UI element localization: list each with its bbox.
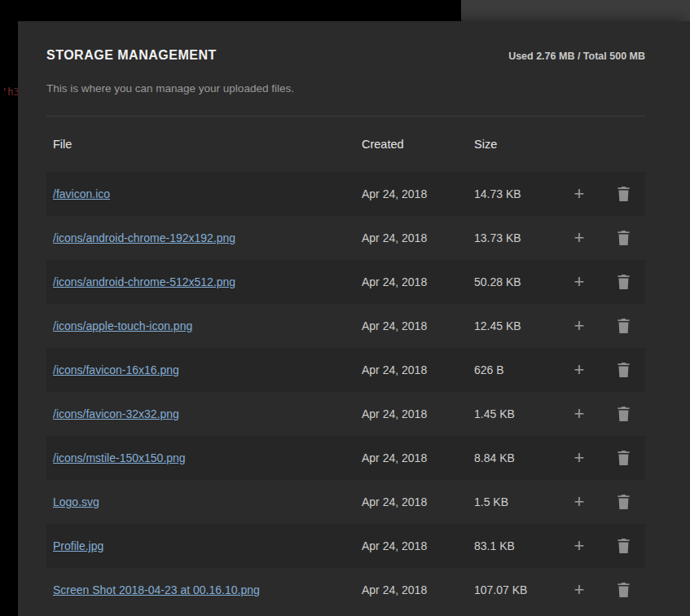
delete-file-button[interactable]: [601, 216, 645, 260]
size-cell: 1.5 KB: [474, 495, 557, 508]
file-link[interactable]: /icons/android-chrome-512x512.png: [53, 275, 235, 288]
panel-title: STORAGE MANAGEMENT: [46, 48, 217, 63]
delete-file-button[interactable]: [601, 480, 645, 524]
add-file-button[interactable]: +: [557, 436, 601, 480]
column-header-created: Created: [362, 138, 474, 151]
table-row: /favicon.ico Apr 24, 2018 14.73 KB +: [46, 172, 645, 216]
trash-icon: [617, 275, 630, 289]
trash-icon: [617, 539, 630, 553]
table-row: /icons/android-chrome-192x192.png Apr 24…: [46, 216, 645, 260]
file-link[interactable]: /icons/mstile-150x150.png: [53, 451, 186, 464]
plus-icon: +: [574, 229, 585, 247]
background-page-strip: [461, 0, 690, 21]
delete-file-button[interactable]: [601, 260, 645, 304]
size-cell: 13.73 KB: [474, 231, 557, 244]
add-file-button[interactable]: +: [557, 260, 601, 304]
trash-icon: [617, 319, 630, 333]
file-link[interactable]: Logo.svg: [53, 495, 99, 508]
created-cell: Apr 24, 2018: [362, 539, 474, 552]
file-link[interactable]: Screen Shot 2018-04-23 at 00.16.10.png: [53, 583, 260, 596]
delete-file-button[interactable]: [601, 524, 645, 568]
trash-icon: [617, 583, 630, 597]
trash-icon: [617, 363, 630, 377]
plus-icon: +: [574, 405, 585, 423]
size-cell: 50.28 KB: [474, 275, 557, 288]
plus-icon: +: [574, 273, 585, 291]
delete-file-button[interactable]: [601, 392, 645, 436]
column-header-size: Size: [474, 138, 557, 151]
column-header-file: File: [46, 138, 362, 151]
panel-header: STORAGE MANAGEMENT Used 2.76 MB / Total …: [46, 21, 645, 63]
file-table-body: /favicon.ico Apr 24, 2018 14.73 KB + /ic…: [46, 172, 645, 612]
created-cell: Apr 24, 2018: [362, 583, 474, 596]
file-link[interactable]: /favicon.ico: [53, 187, 110, 200]
trash-icon: [617, 231, 630, 245]
plus-icon: +: [574, 493, 585, 511]
created-cell: Apr 24, 2018: [362, 407, 474, 420]
storage-usage-text: Used 2.76 MB / Total 500 MB: [508, 51, 645, 62]
created-cell: Apr 24, 2018: [362, 319, 474, 332]
storage-management-panel: STORAGE MANAGEMENT Used 2.76 MB / Total …: [18, 21, 690, 616]
add-file-button[interactable]: +: [557, 216, 601, 260]
size-cell: 8.84 KB: [474, 451, 557, 464]
created-cell: Apr 24, 2018: [362, 363, 474, 376]
add-file-button[interactable]: +: [557, 304, 601, 348]
table-row: Profile.jpg Apr 24, 2018 83.1 KB +: [46, 524, 645, 568]
table-header-row: File Created Size: [46, 117, 645, 172]
delete-file-button[interactable]: [601, 304, 645, 348]
table-row: /icons/apple-touch-icon.png Apr 24, 2018…: [46, 304, 645, 348]
file-link[interactable]: Profile.jpg: [53, 539, 103, 552]
trash-icon: [617, 495, 630, 509]
add-file-button[interactable]: +: [557, 392, 601, 436]
file-link[interactable]: /icons/android-chrome-192x192.png: [53, 231, 235, 244]
table-row: Logo.svg Apr 24, 2018 1.5 KB +: [46, 480, 645, 524]
delete-file-button[interactable]: [601, 568, 645, 612]
size-cell: 626 B: [474, 363, 557, 376]
plus-icon: +: [574, 449, 585, 467]
plus-icon: +: [574, 185, 585, 203]
created-cell: Apr 24, 2018: [362, 275, 474, 288]
delete-file-button[interactable]: [601, 348, 645, 392]
created-cell: Apr 24, 2018: [362, 187, 474, 200]
size-cell: 1.45 KB: [474, 407, 557, 420]
plus-icon: +: [574, 361, 585, 379]
table-row: /icons/mstile-150x150.png Apr 24, 2018 8…: [46, 436, 645, 480]
created-cell: Apr 24, 2018: [362, 451, 474, 464]
delete-file-button[interactable]: [601, 436, 645, 480]
table-row: /icons/android-chrome-512x512.png Apr 24…: [46, 260, 645, 304]
add-file-button[interactable]: +: [557, 524, 601, 568]
created-cell: Apr 24, 2018: [362, 495, 474, 508]
size-cell: 12.45 KB: [474, 319, 557, 332]
file-link[interactable]: /icons/apple-touch-icon.png: [53, 319, 192, 332]
created-cell: Apr 24, 2018: [362, 231, 474, 244]
add-file-button[interactable]: +: [557, 480, 601, 524]
table-row: /icons/favicon-16x16.png Apr 24, 2018 62…: [46, 348, 645, 392]
delete-file-button[interactable]: [601, 172, 645, 216]
plus-icon: +: [574, 537, 585, 555]
size-cell: 14.73 KB: [474, 187, 557, 200]
plus-icon: +: [574, 581, 585, 599]
add-file-button[interactable]: +: [557, 348, 601, 392]
add-file-button[interactable]: +: [557, 568, 601, 612]
trash-icon: [617, 451, 630, 465]
trash-icon: [617, 407, 630, 421]
panel-subtitle: This is where you can manage your upload…: [46, 82, 645, 95]
plus-icon: +: [574, 317, 585, 335]
size-cell: 83.1 KB: [474, 539, 557, 552]
add-file-button[interactable]: +: [557, 172, 601, 216]
trash-icon: [617, 187, 630, 201]
file-link[interactable]: /icons/favicon-16x16.png: [53, 363, 179, 376]
table-row: Screen Shot 2018-04-23 at 00.16.10.png A…: [46, 568, 645, 612]
file-link[interactable]: /icons/favicon-32x32.png: [53, 407, 179, 420]
size-cell: 107.07 KB: [474, 583, 557, 596]
table-row: /icons/favicon-32x32.png Apr 24, 2018 1.…: [46, 392, 645, 436]
